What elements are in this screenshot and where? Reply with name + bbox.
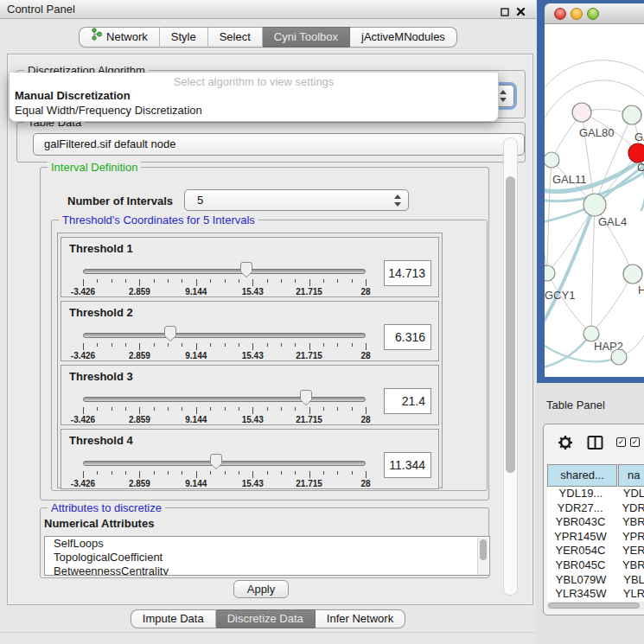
threshold-value-field[interactable]: 6.316 [384, 324, 431, 350]
table-cell[interactable]: YBR04 [614, 515, 644, 530]
table-cell[interactable]: YPR145W [547, 530, 614, 545]
table-cell[interactable]: YER05 [614, 544, 644, 558]
table-cell[interactable]: YDR27... [547, 501, 613, 516]
tab-impute-data[interactable]: Impute Data [131, 609, 216, 628]
close-traffic-light[interactable] [554, 8, 566, 20]
tab-style[interactable]: Style [160, 27, 208, 48]
slider-tick [267, 471, 268, 475]
network-node[interactable] [545, 265, 555, 281]
tab-select[interactable]: Select [208, 27, 263, 48]
table-cell[interactable]: YLR34 [615, 587, 644, 602]
table-cell[interactable]: YBR043C [547, 515, 614, 530]
slider-tick [309, 471, 310, 478]
network-window-titlebar[interactable] [545, 3, 644, 24]
table-cell[interactable]: YDL19 [615, 487, 644, 501]
table-data-combobox[interactable]: galFiltered.sif default node [33, 133, 525, 156]
network-canvas[interactable]: GAL80GACGAL11GAL4GCY1HHAP2 [545, 24, 644, 377]
dropdown-option-equal-width-frequency[interactable]: Equal Width/Frequency Discretization [15, 104, 202, 117]
slider-thumb[interactable] [299, 389, 313, 406]
apply-button[interactable]: Apply [233, 580, 289, 598]
panel-scrollbar[interactable] [503, 137, 518, 596]
column-header-name[interactable]: na [618, 464, 644, 487]
dropdown-option-manual-discretization[interactable]: Manual Discretization [15, 89, 131, 102]
scrollbar-thumb[interactable] [548, 603, 640, 609]
slider-tick [252, 343, 253, 350]
table-row[interactable]: YLR345WYLR34 [547, 587, 644, 602]
tab-discretize-data[interactable]: Discretize Data [216, 609, 316, 628]
slider-thumb[interactable] [163, 325, 177, 342]
table-cell[interactable]: YBL079W [547, 573, 615, 588]
threshold-value-field[interactable]: 14.713 [384, 260, 431, 286]
network-node[interactable] [583, 194, 606, 216]
checkbox-icon[interactable]: ✓ [630, 437, 640, 447]
slider-track[interactable] [83, 461, 366, 466]
table-row[interactable]: YPR145WYPR14 [547, 530, 644, 545]
checkbox-icon[interactable]: ✓ [616, 437, 626, 447]
table-cell[interactable]: YLR345W [547, 587, 615, 602]
gear-icon[interactable] [558, 435, 573, 454]
tab-network[interactable]: Network [79, 27, 160, 48]
list-item[interactable]: SelfLoops [45, 537, 489, 551]
slider-tick [239, 279, 239, 283]
table-cell[interactable]: YBL07 [615, 573, 644, 588]
tab-cyni-toolbox[interactable]: Cyni Toolbox [263, 27, 350, 48]
table-cell[interactable]: YBR04 [614, 558, 644, 573]
slider-tick-label: -3.426 [71, 415, 95, 424]
slider-tick [337, 471, 338, 475]
column-header-shared-name[interactable]: shared... [547, 464, 617, 487]
network-node[interactable] [545, 152, 559, 168]
slider-tick [323, 407, 324, 411]
close-icon[interactable] [516, 4, 526, 20]
slider-tick [112, 279, 112, 283]
network-node[interactable] [622, 105, 641, 124]
slider-tick-label: -3.426 [71, 287, 95, 296]
float-window-icon[interactable] [501, 4, 509, 20]
table-hscrollbar[interactable] [546, 602, 644, 610]
list-item[interactable]: TopologicalCoefficient [45, 551, 489, 564]
table-panel: Table Panel ✓ [536, 383, 644, 644]
slider-track[interactable] [83, 397, 366, 402]
network-node[interactable] [628, 143, 644, 163]
table-row[interactable]: YDL19...YDL19 [547, 487, 644, 501]
network-node[interactable] [572, 103, 591, 122]
tab-infer-network[interactable]: Infer Network [316, 609, 405, 628]
table-row[interactable]: YBR045CYBR04 [547, 558, 644, 573]
slider-track[interactable] [83, 269, 366, 274]
split-columns-icon[interactable] [587, 435, 603, 454]
table-row[interactable]: YBL079WYBL07 [547, 573, 644, 588]
number-of-intervals-combobox[interactable]: 5 [184, 189, 409, 211]
table-cell[interactable]: YBR045C [547, 558, 614, 573]
slider-tick-label: 15.43 [242, 351, 264, 360]
table-cell[interactable]: YDL19... [547, 487, 615, 501]
table-row[interactable]: YDR27...YDR27 [547, 501, 644, 516]
slider-thumb[interactable] [239, 261, 253, 278]
list-scrollbar[interactable] [477, 538, 488, 576]
zoom-traffic-light[interactable] [587, 8, 599, 20]
slider-tick [366, 407, 367, 414]
scrollbar-thumb[interactable] [506, 176, 515, 473]
slider-tick [125, 279, 126, 283]
table-row[interactable]: YER054CYER05 [547, 544, 644, 558]
network-node[interactable] [623, 265, 642, 284]
slider-tick [239, 407, 239, 411]
scrollbar-thumb[interactable] [480, 539, 487, 560]
minimize-traffic-light[interactable] [571, 8, 583, 20]
threshold-value-field[interactable]: 21.4 [384, 388, 431, 414]
tab-label: Infer Network [327, 609, 393, 628]
threshold-value-field[interactable]: 11.344 [384, 452, 431, 478]
table-cell[interactable]: YER054C [547, 544, 614, 558]
divider [0, 632, 536, 633]
slider-tick-label: 9.144 [185, 479, 207, 488]
slider-tick [267, 407, 268, 411]
tab-jactivemnodules[interactable]: jActiveMNodules [350, 27, 457, 48]
table-cell[interactable]: YDR27 [613, 501, 644, 516]
slider-thumb[interactable] [209, 453, 223, 470]
slider-track[interactable] [83, 333, 366, 338]
group-label: Interval Definition [48, 161, 141, 174]
network-node[interactable] [611, 349, 627, 365]
list-item[interactable]: BetweennessCentrality [45, 564, 489, 576]
table-row[interactable]: YBR043CYBR04 [547, 515, 644, 530]
table-cell[interactable]: YPR14 [614, 530, 644, 545]
slider-tick [267, 279, 268, 283]
slider-tick [97, 279, 98, 283]
